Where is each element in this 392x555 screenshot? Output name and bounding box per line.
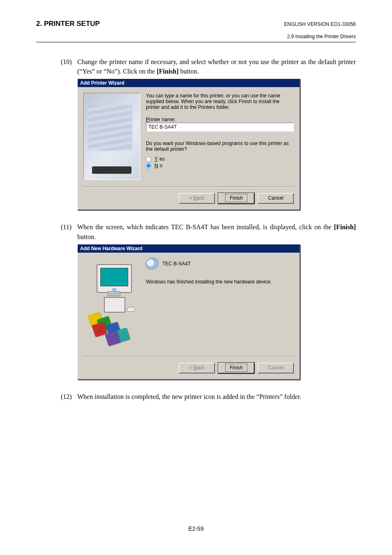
add-printer-wizard-dialog: Add Printer Wizard You can type a name f…: [77, 78, 300, 210]
install-done-text: Windows has finished installing the new …: [146, 279, 294, 285]
printer-name-input[interactable]: [146, 122, 294, 131]
radio-yes-u: Y: [154, 156, 158, 162]
dialog1-intro: You can type a name for this printer, or…: [146, 93, 294, 110]
radio-no-input[interactable]: [146, 163, 151, 168]
back-button-2: < Back: [179, 363, 215, 373]
version-line: ENGLISH VERSION EO1-33056: [284, 21, 356, 27]
finish2-label: Finish: [225, 364, 247, 372]
step-10-bold: [Finish]: [157, 68, 178, 75]
step-12-num: (12): [61, 392, 77, 401]
default-printer-question: Do you want your Windows-based programs …: [146, 140, 294, 152]
finish-label: Finish: [225, 194, 247, 202]
step-11-after: button.: [77, 233, 96, 240]
device-line: TEC B-SA4T: [146, 258, 294, 269]
cancel-label: Cancel: [268, 195, 283, 201]
add-new-hardware-wizard-dialog: Add New Hardware Wizard: [77, 244, 300, 380]
back-lt: <: [189, 195, 193, 201]
dialog1-right: You can type a name for this printer, or…: [146, 93, 294, 180]
step-12-text: When installation is completed, the new …: [77, 392, 356, 401]
step-11-text: When the screen, which indicates TEC B-S…: [77, 223, 334, 230]
wizard-art2-image: [83, 258, 140, 350]
radio-no-u: N: [154, 163, 158, 168]
section-title: 2. PRINTER SETUP: [36, 20, 100, 28]
wizard-art-image: [83, 93, 140, 180]
dialog2-buttons: < Back Finish Cancel: [78, 357, 300, 379]
back-u: B: [194, 195, 197, 201]
step-11: (11) When the screen, which indicates TE…: [36, 222, 356, 241]
step-10-after: button.: [179, 68, 199, 75]
radio-no-rest: o: [160, 163, 163, 168]
step-11-bold: [Finish]: [334, 223, 356, 230]
cancel-button[interactable]: Cancel: [258, 193, 294, 204]
subsection-title: 2.9 Installing the Printer Drivers: [36, 34, 356, 39]
dialog1-body: You can type a name for this printer, or…: [78, 87, 300, 182]
finish-button[interactable]: Finish: [218, 193, 254, 204]
back-button[interactable]: < Back: [179, 193, 215, 204]
printer-name-label-u: P: [146, 117, 149, 122]
step-10-text: Change the printer name if necessary, an…: [77, 58, 356, 75]
dialog2-right: TEC B-SA4T Windows has finished installi…: [146, 258, 294, 350]
cancel-button-2: Cancel: [258, 363, 294, 373]
dialog1-wrap: Add Printer Wizard You can type a name f…: [77, 78, 356, 210]
header-rule: [36, 42, 356, 42]
finish-button-2[interactable]: Finish: [218, 363, 254, 373]
back2-lt: <: [189, 365, 193, 371]
back2-u: B: [194, 365, 197, 371]
dialog1-title: Add Printer Wizard: [78, 79, 300, 87]
dialog2-wrap: Add New Hardware Wizard: [77, 244, 356, 380]
dialog1-buttons: < Back Finish Cancel: [78, 187, 300, 210]
step-10: (10) Change the printer name if necessar…: [36, 57, 356, 76]
step-12: (12) When installation is completed, the…: [36, 392, 356, 401]
cancel2-label: Cancel: [268, 365, 283, 371]
device-icon: [144, 256, 159, 271]
printer-name-label-rest: rinter name:: [149, 117, 175, 122]
device-name: TEC B-SA4T: [162, 261, 191, 267]
printer-name-label: Printer name:: [146, 117, 175, 122]
step-11-num: (11): [61, 222, 77, 241]
body: (10) Change the printer name if necessar…: [36, 57, 356, 401]
dialog2-body: TEC B-SA4T Windows has finished installi…: [78, 253, 300, 352]
page-number: E2-59: [188, 525, 203, 532]
radio-no[interactable]: No: [146, 163, 294, 168]
radio-yes[interactable]: Yes: [146, 156, 294, 162]
page: 2. PRINTER SETUP ENGLISH VERSION EO1-330…: [0, 0, 392, 555]
radio-yes-input[interactable]: [146, 157, 151, 162]
page-header: 2. PRINTER SETUP ENGLISH VERSION EO1-330…: [36, 20, 356, 28]
monitor-icon: [97, 264, 132, 293]
dialog2-title: Add New Hardware Wizard: [78, 244, 300, 253]
step-10-num: (10): [61, 57, 77, 76]
back-rest: ack: [197, 195, 205, 201]
back2-rest: ack: [197, 365, 205, 371]
radio-yes-rest: es: [159, 156, 165, 162]
